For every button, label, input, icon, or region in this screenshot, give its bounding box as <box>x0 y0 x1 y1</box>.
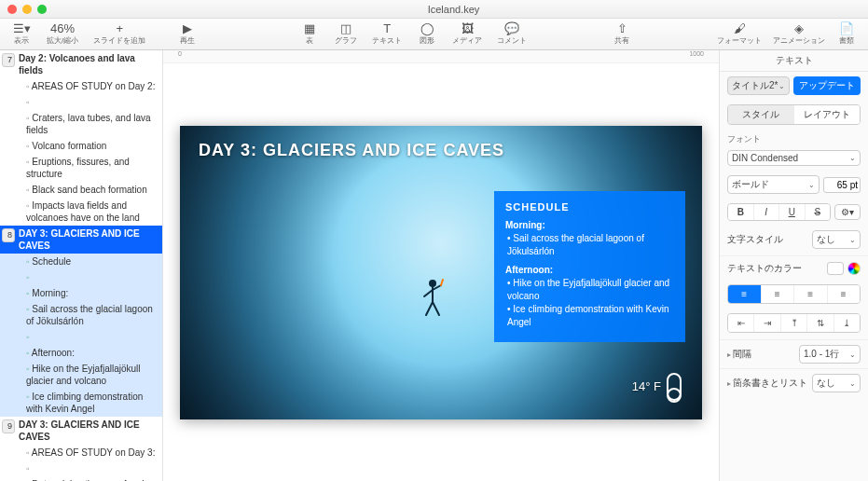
outline-bullet-row[interactable]: Eruptions, fissures, and structure <box>0 154 162 182</box>
minimize-window-button[interactable] <box>22 5 32 14</box>
climber-figure <box>420 278 445 323</box>
tab-layout[interactable]: レイアウト <box>794 105 861 124</box>
temperature-widget: 14° F <box>632 373 682 401</box>
schedule-heading: SCHEDULE <box>505 200 674 213</box>
style-layout-tabs: スタイル レイアウト <box>727 104 861 125</box>
outline-bullet-row[interactable]: Afternoon: <box>0 345 162 361</box>
document-filename: Iceland.key <box>47 4 861 15</box>
outline-slide-header[interactable]: 9DAY 3: GLACIERS AND ICE CAVES <box>0 417 162 445</box>
outline-bullet-text: Morning: <box>19 287 68 299</box>
paragraph-style-popup[interactable]: タイトル2* ⌄ <box>727 76 790 95</box>
zoom-control[interactable]: 46%拡大/縮小 <box>41 22 84 46</box>
valign-middle-button[interactable]: ⇅ <box>807 314 834 332</box>
outline-bullet-row[interactable]: Sail across the glacial lagoon of Jökuls… <box>0 301 162 329</box>
format-inspector-button[interactable]: 🖌フォーマット <box>711 22 767 46</box>
insert-chart-button[interactable]: ◫グラフ <box>329 22 363 46</box>
diamond-icon: ◈ <box>794 22 804 35</box>
outline-slide-title: Day 2: Volcanoes and lava fields <box>19 52 158 76</box>
insert-shape-button[interactable]: ◯図形 <box>411 22 443 46</box>
align-left-button[interactable]: ≡ <box>728 285 762 303</box>
tab-style[interactable]: スタイル <box>728 105 794 124</box>
insert-text-button[interactable]: Tテキスト <box>366 22 407 46</box>
slide-title-text[interactable]: DAY 3: GLACIERS AND ICE CAVES <box>199 141 504 160</box>
slide-number-badge: 9 <box>2 419 15 433</box>
font-family-popup[interactable]: DIN Condensed ⌄ <box>727 150 861 166</box>
character-style-label: 文字スタイル <box>727 233 808 246</box>
bullets-popup[interactable]: なし ⌄ <box>812 374 861 392</box>
slide-canvas[interactable]: DAY 3: GLACIERS AND ICE CAVES SCHEDULE M… <box>163 63 719 481</box>
underline-button[interactable]: U <box>779 204 806 220</box>
outline-bullet-row[interactable]: Craters, lava tubes, and lava fields <box>0 110 162 138</box>
insert-table-button[interactable]: ▦表 <box>294 22 325 46</box>
valign-top-button[interactable]: ⤒ <box>781 314 807 332</box>
outline-bullet-row[interactable]: Schedule <box>0 254 162 269</box>
outline-bullet-row[interactable] <box>0 329 162 345</box>
italic-button[interactable]: I <box>754 204 780 220</box>
align-justify-button[interactable]: ≡ <box>828 285 861 303</box>
outline-bullet-row[interactable]: Determining the age of an ice cave <box>0 476 162 481</box>
morning-list: Sail across the glacial lagoon of Jökuls… <box>505 232 674 258</box>
valign-bottom-button[interactable]: ⤓ <box>834 314 860 332</box>
outline-bullet-row[interactable]: Morning: <box>0 285 162 301</box>
outline-bullet-row[interactable]: Volcano formation <box>0 138 162 154</box>
add-slide-button[interactable]: +スライドを追加 <box>88 22 151 46</box>
update-style-button[interactable]: アップデート <box>793 76 861 95</box>
indent-vertical-alignment: ⇤ ⇥ ⤒ ⇅ ⤓ <box>727 313 861 333</box>
outdent-button[interactable]: ⇤ <box>728 314 754 332</box>
align-center-button[interactable]: ≡ <box>762 285 795 303</box>
outline-bullet-row[interactable] <box>0 269 162 285</box>
font-weight-popup[interactable]: ボールド ⌄ <box>727 175 820 194</box>
window-titlebar: Iceland.key <box>0 0 868 19</box>
insert-comment-button[interactable]: 💬コメント <box>491 22 532 46</box>
view-button[interactable]: ☰▾表示 <box>6 22 37 46</box>
outline-bullet-text <box>19 331 30 343</box>
outline-bullet-row[interactable]: Black sand beach formation <box>0 182 162 198</box>
bullets-label[interactable]: 箇条書きとリスト <box>727 377 808 390</box>
insert-media-button[interactable]: 🖼メディア <box>447 22 488 46</box>
outline-bullet-text: Volcano formation <box>19 140 106 152</box>
character-style-popup[interactable]: なし ⌄ <box>812 230 861 249</box>
afternoon-label: Afternoon: <box>505 264 674 277</box>
outline-slide-header[interactable]: 8DAY 3: GLACIERS AND ICE CAVES <box>0 226 162 254</box>
document-inspector-button[interactable]: 📄書類 <box>831 22 862 46</box>
schedule-text-box[interactable]: SCHEDULE Morning: Sail across the glacia… <box>494 191 685 342</box>
indent-button[interactable]: ⇥ <box>754 314 780 332</box>
outline-bullet-text <box>19 462 30 474</box>
outline-bullet-row[interactable]: AREAS OF STUDY on Day 3: <box>0 445 162 460</box>
outline-bullet-text: Eruptions, fissures, and structure <box>19 156 158 180</box>
media-icon: 🖼 <box>462 22 474 35</box>
bold-button[interactable]: B <box>728 204 754 220</box>
comment-icon: 💬 <box>504 22 519 35</box>
zoom-value-label: 46% <box>50 22 75 35</box>
chevron-down-icon: ⌄ <box>849 379 856 388</box>
temperature-value: 14° F <box>632 379 661 393</box>
format-inspector: テキスト タイトル2* ⌄ アップデート スタイル レイアウト フォント DIN… <box>719 50 868 481</box>
strikethrough-button[interactable]: S <box>806 204 831 220</box>
toolbar: ☰▾表示 46%拡大/縮小 +スライドを追加 ▶再生 ▦表 ◫グラフ Tテキスト… <box>0 19 868 50</box>
animate-inspector-button[interactable]: ◈アニメーション <box>767 22 831 46</box>
close-window-button[interactable] <box>7 5 17 14</box>
play-button[interactable]: ▶再生 <box>155 22 220 46</box>
outline-bullet-row[interactable]: Ice climbing demonstration with Kevin An… <box>0 389 162 417</box>
chevron-down-icon: ⌄ <box>778 82 785 90</box>
text-color-well[interactable] <box>827 262 844 275</box>
outline-bullet-row[interactable] <box>0 94 162 110</box>
outline-sidebar[interactable]: 7Day 2: Volcanoes and lava fieldsAREAS O… <box>0 50 163 481</box>
color-picker-button[interactable] <box>847 262 861 275</box>
line-spacing-popup[interactable]: 1.0 - 1行 ⌄ <box>799 345 861 364</box>
outline-slide-header[interactable]: 7Day 2: Volcanoes and lava fields <box>0 50 162 78</box>
advanced-options-button[interactable]: ⚙︎▾ <box>834 204 861 220</box>
font-size-field[interactable] <box>823 177 861 193</box>
fullscreen-window-button[interactable] <box>37 5 47 14</box>
align-right-button[interactable]: ≡ <box>794 285 828 303</box>
outline-bullet-row[interactable]: Hike on the Eyjafjallajökull glacier and… <box>0 361 162 389</box>
slide[interactable]: DAY 3: GLACIERS AND ICE CAVES SCHEDULE M… <box>180 126 702 419</box>
share-button[interactable]: ⇧共有 <box>606 22 638 46</box>
outline-bullet-row[interactable]: AREAS OF STUDY on Day 2: <box>0 78 162 94</box>
horizontal-alignment: ≡ ≡ ≡ ≡ <box>727 284 861 304</box>
spacing-label[interactable]: 間隔 <box>727 348 795 361</box>
outline-bullet-row[interactable]: Impacts lava fields and volcanoes have o… <box>0 198 162 226</box>
inspector-header: テキスト <box>720 50 868 72</box>
outline-bullet-row[interactable] <box>0 460 162 476</box>
slide-canvas-area: 0 1000 DAY 3: GLACIERS AND ICE CAVES SCH… <box>163 50 719 481</box>
